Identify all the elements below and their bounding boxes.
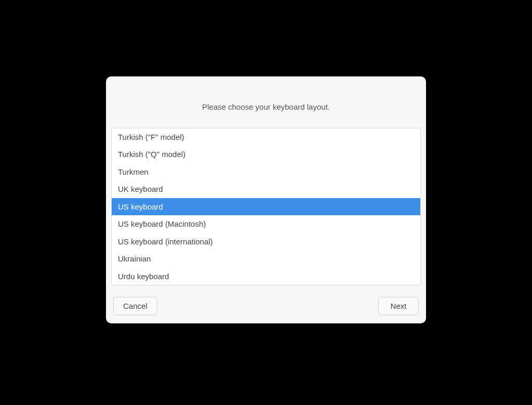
keyboard-layout-item[interactable]: US keyboard (Macintosh): [112, 215, 420, 233]
keyboard-layout-item[interactable]: Turkmen: [112, 163, 420, 181]
dialog-header: Please choose your keyboard layout.: [106, 76, 426, 128]
next-button[interactable]: Next: [378, 297, 419, 315]
keyboard-layout-item[interactable]: Turkish ("Q" model): [112, 146, 420, 163]
keyboard-layout-item[interactable]: Turkish ("F" model): [112, 128, 420, 146]
keyboard-layout-list[interactable]: Turkish ("F" model)Turkish ("Q" model)Tu…: [111, 128, 421, 286]
keyboard-layout-item[interactable]: UK keyboard: [112, 180, 420, 198]
keyboard-layout-item[interactable]: Urdu keyboard: [112, 268, 420, 285]
cancel-button[interactable]: Cancel: [113, 297, 157, 315]
keyboard-layout-item[interactable]: Ukrainian: [112, 250, 420, 268]
keyboard-layout-item[interactable]: US keyboard: [112, 198, 420, 216]
keyboard-layout-item[interactable]: US keyboard (international): [112, 233, 420, 251]
keyboard-layout-dialog: Please choose your keyboard layout. Turk…: [106, 76, 426, 324]
dialog-footer: Cancel Next: [106, 285, 426, 323]
dialog-title: Please choose your keyboard layout.: [116, 102, 416, 111]
